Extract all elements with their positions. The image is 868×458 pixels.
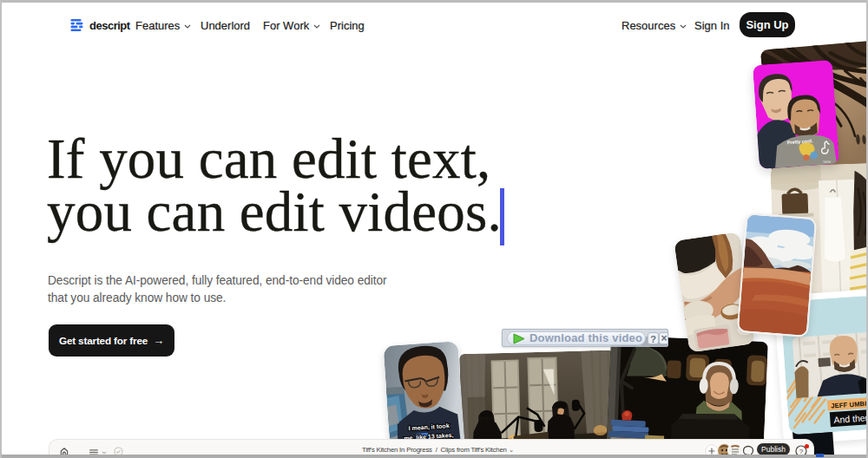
svg-text:TikTok: TikTok xyxy=(823,160,832,164)
